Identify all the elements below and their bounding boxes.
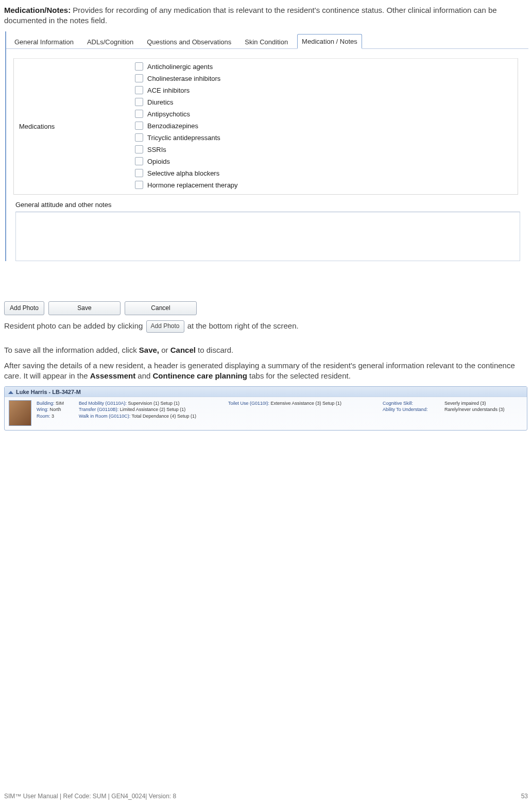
checkbox-icon [135, 181, 143, 189]
checkbox-ace-inhibitors[interactable]: ACE inhibitors [135, 84, 238, 96]
value: 3 [52, 414, 54, 419]
checkbox-icon [135, 110, 143, 118]
checkbox-label: Cholinesterase inhibitors [147, 75, 220, 82]
form-panel: General Information ADLs/Cognition Quest… [5, 31, 528, 261]
label: Toilet Use (G0110I): [228, 401, 269, 406]
text: to discard. [196, 346, 233, 354]
label: Building: [37, 401, 55, 406]
resident-summary-title[interactable]: Luke Harris - LB-3427-M [5, 387, 527, 397]
text: or [159, 346, 170, 354]
checkbox-hormone-replacement[interactable]: Hormone replacement therapy [135, 179, 238, 191]
summary-col-mobility: Bed Mobility (G0110A): Supervision (1) S… [79, 400, 223, 426]
resident-summary-panel: Luke Harris - LB-3427-M Building: SIM Wi… [4, 386, 527, 431]
page-footer: SIM™ User Manual | Ref Code: SUM | GEN4_… [4, 793, 528, 800]
checkbox-antipsychotics[interactable]: Antipsychotics [135, 108, 238, 120]
value: Rarely/never understands (3) [444, 406, 505, 413]
tab-questions-observations[interactable]: Questions and Observations [143, 35, 235, 48]
bold-cancel: Cancel [170, 346, 196, 354]
checkbox-icon [135, 122, 143, 130]
text: To save all the information added, click [4, 346, 139, 354]
checkbox-label: Benzodiazepines [147, 122, 198, 130]
label: Wing: [37, 407, 48, 412]
notes-textarea[interactable] [15, 212, 520, 261]
add-photo-inline-button[interactable]: Add Photo [146, 320, 184, 333]
value: SIM [56, 401, 64, 406]
text: Resident photo can be added by clicking [4, 321, 145, 330]
summary-col-cognitive: Cognitive Skill:Severly impaired (3) Abi… [383, 400, 523, 426]
tab-content: Medications Anticholinergic agents Choli… [6, 49, 528, 261]
checkbox-icon [135, 98, 143, 106]
resident-summary-body: Building: SIM Wing: North Room: 3 Bed Mo… [5, 397, 527, 430]
button-row: Add Photo Save Cancel [4, 301, 528, 315]
tab-general-information[interactable]: General Information [10, 35, 78, 48]
checkbox-label: ACE inhibitors [147, 87, 190, 94]
bold-assessment: Assessment [90, 371, 135, 380]
tab-medication-notes[interactable]: Medication / Notes [297, 34, 362, 49]
checkbox-label: Selective alpha blockers [147, 169, 219, 177]
cancel-button[interactable]: Cancel [125, 301, 197, 315]
bold-continence-planning: Continence care planning [153, 371, 247, 380]
checkbox-icon [135, 145, 143, 153]
footer-left: SIM™ User Manual | Ref Code: SUM | GEN4_… [4, 793, 176, 800]
label: Transfer (G0110B): [79, 407, 118, 412]
photo-sentence: Resident photo can be added by clicking … [4, 320, 528, 333]
avatar [9, 400, 31, 426]
medications-group: Medications Anticholinergic agents Choli… [13, 58, 518, 195]
medications-label: Medications [14, 123, 135, 130]
notes-label: General attitude and other notes [15, 201, 528, 209]
checkbox-icon [135, 169, 143, 177]
summary-col-toilet: Toilet Use (G0110I): Extensive Assistanc… [228, 400, 377, 426]
checkbox-label: Diuretics [147, 98, 174, 106]
label: Cognitive Skill: [383, 400, 444, 406]
checkbox-selective-alpha[interactable]: Selective alpha blockers [135, 167, 238, 179]
checkbox-label: Antipsychotics [147, 110, 190, 118]
save-sentence: To save all the information added, click… [4, 345, 528, 355]
checkbox-anticholinergic[interactable]: Anticholinergic agents [135, 61, 238, 73]
checkbox-icon [135, 62, 143, 71]
checkbox-cholinesterase[interactable]: Cholinesterase inhibitors [135, 73, 238, 84]
checkbox-label: SSRIs [147, 146, 166, 153]
checkbox-benzodiazepines[interactable]: Benzodiazepines [135, 120, 238, 132]
checkbox-ssris[interactable]: SSRIs [135, 144, 238, 156]
checkbox-label: Opioids [147, 158, 170, 165]
section-intro: Medication/Notes: Provides for recording… [4, 5, 528, 26]
label: Bed Mobility (G0110A): [79, 401, 127, 406]
checkbox-icon [135, 133, 143, 142]
checkbox-opioids[interactable]: Opioids [135, 156, 238, 167]
checkbox-icon [135, 86, 143, 94]
text: tabs for the selected resident. [247, 371, 351, 380]
checkbox-label: Hormone replacement therapy [147, 181, 238, 189]
tabs-row: General Information ADLs/Cognition Quest… [6, 32, 528, 49]
label: Ability To Understand: [383, 406, 444, 413]
checkbox-diuretics[interactable]: Diuretics [135, 96, 238, 108]
label: Walk in Room (G0110C): [79, 414, 130, 419]
bold-save: Save, [139, 346, 159, 354]
value: Limited Assistance (2) Setup (1) [120, 407, 186, 412]
section-heading: Medication/Notes: [4, 6, 71, 14]
tab-adls-cognition[interactable]: ADLs/Cognition [83, 35, 138, 48]
tab-skin-condition[interactable]: Skin Condition [241, 35, 292, 48]
add-photo-button[interactable]: Add Photo [4, 301, 44, 315]
checkbox-icon [135, 74, 143, 82]
medications-checklist: Anticholinergic agents Cholinesterase in… [135, 59, 238, 194]
section-body: Provides for recording of any medication… [4, 6, 497, 25]
label: Room: [37, 414, 50, 419]
text: and [135, 371, 152, 380]
value: North [50, 407, 61, 412]
checkbox-label: Anticholinergic agents [147, 63, 213, 71]
value: Supervision (1) Setup (1) [128, 401, 180, 406]
footer-page-number: 53 [521, 793, 528, 800]
value: Extensive Assistance (3) Setup (1) [269, 401, 341, 406]
value: Severly impaired (3) [444, 400, 486, 406]
checkbox-icon [135, 157, 143, 165]
summary-col-location: Building: SIM Wing: North Room: 3 [37, 400, 74, 426]
text: at the bottom right of the screen. [187, 321, 299, 330]
save-button[interactable]: Save [48, 301, 121, 315]
checkbox-tricyclic[interactable]: Tricyclic antidepressants [135, 132, 238, 144]
after-save-paragraph: After saving the details of a new reside… [4, 360, 528, 382]
checkbox-label: Tricyclic antidepressants [147, 134, 220, 142]
value: Total Dependance (4) Setup (1) [132, 414, 197, 419]
